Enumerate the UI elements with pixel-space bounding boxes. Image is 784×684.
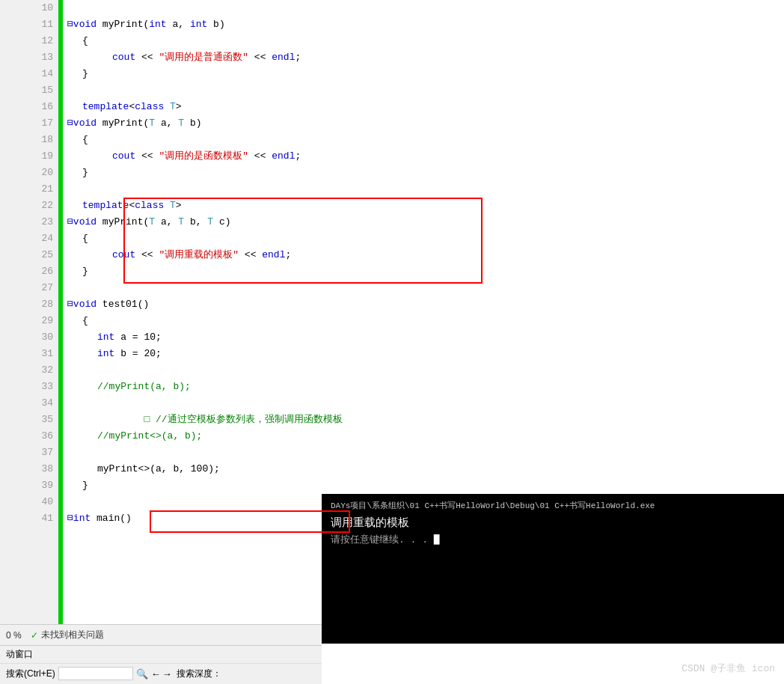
keyword-class-22: class [135, 198, 164, 214]
line-num-12: 12 [0, 33, 53, 49]
keyword-int-a: int [149, 16, 166, 33]
line-num-32: 32 [0, 362, 53, 379]
open-brace-29: { [67, 313, 88, 329]
code-line-38: myPrint<>(a, b, 100); [67, 461, 784, 477]
code-line-34 [67, 395, 784, 412]
bottom-toolbar: 动窗口 搜索(Ctrl+E) 🔍 ← → 搜索深度： [0, 645, 322, 684]
type-T-23c: T [207, 214, 213, 230]
string-13: "调用的是普通函数" [159, 49, 248, 66]
line-num-11: 11 [0, 16, 53, 33]
param-a: a, [167, 16, 190, 33]
line-num-38: 38 [0, 461, 53, 477]
line-num-22: 22 [0, 198, 53, 214]
comment-36: //myPrint<>(a, b); [97, 428, 202, 445]
code-line-15 [67, 82, 784, 99]
nav-next-icon[interactable]: → [162, 668, 172, 680]
line-num-31: 31 [0, 346, 53, 362]
fn-name: myPrint( [97, 16, 149, 33]
type-T-23a: T [149, 214, 155, 230]
zoom-level: 0 % [6, 630, 22, 641]
keyword-void: ⊟void [67, 16, 97, 33]
keyword-cout-25: cout [112, 247, 135, 263]
keyword-template-22: template [82, 198, 129, 214]
terminal-cursor: █ [434, 534, 440, 546]
line-num-40: 40 [0, 494, 53, 510]
keyword-void-17: ⊟void [67, 115, 97, 132]
search-input[interactable] [58, 667, 133, 680]
line-num-35: 35 [0, 412, 53, 428]
line-num-29: 29 [0, 313, 53, 329]
call-38: myPrint<>(a, b, 100); [97, 461, 220, 477]
keyword-int-30: int [97, 329, 114, 346]
line-num-33: 33 [0, 379, 53, 395]
code-line-39: } [67, 477, 784, 494]
line-num-15: 15 [0, 82, 53, 99]
line-num-24: 24 [0, 230, 53, 247]
close-brace-26: } [67, 263, 88, 280]
keyword-int-b: int [190, 16, 207, 33]
search-magnifier-icon[interactable]: 🔍 [136, 668, 148, 680]
line-num-28: 28 [0, 296, 53, 313]
line-num-19: 19 [0, 148, 53, 165]
type-T-23b: T [178, 214, 184, 230]
terminal-prompt: 请按任意键继续. . . █ [331, 533, 775, 546]
line-num-17: 17 [0, 115, 53, 132]
line-num-34: 34 [0, 395, 53, 412]
code-line-17: ⊟void myPrint( T a, T b) [67, 115, 784, 132]
code-line-26: } [67, 263, 784, 280]
code-line-30: int a = 10; [67, 329, 784, 346]
terminal-window: DAYs项目\系条组织\01 C++书写HelloWorld\Debug\01 … [322, 494, 784, 644]
keyword-endl-25: endl [262, 247, 285, 263]
toolbar-window-label: 动窗口 [6, 648, 33, 661]
csdn-watermark: CSDN @子非鱼 icon [682, 662, 775, 675]
string-19: "调用的是函数模板" [159, 148, 248, 165]
open-brace-24: { [67, 230, 88, 247]
line-num-37: 37 [0, 445, 53, 461]
line-num-41: 41 [0, 510, 53, 527]
code-line-32 [67, 362, 784, 379]
line-numbers: 10 11 12 13 14 15 16 17 18 19 20 21 22 2… [0, 0, 60, 644]
toolbar-row-1: 动窗口 [0, 646, 322, 664]
code-line-21 [67, 181, 784, 198]
code-line-28: ⊟void test01() [67, 296, 784, 313]
code-line-27 [67, 280, 784, 296]
close-brace-14: } [67, 66, 88, 82]
terminal-output-line1: 调用重载的模板 [331, 516, 775, 530]
line-num-27: 27 [0, 280, 53, 296]
comment-35: //通过空模板参数列表，强制调用函数模板 [150, 412, 342, 428]
code-line-16: template < class T > [67, 99, 784, 115]
code-line-10 [67, 0, 784, 16]
nav-prev-icon[interactable]: ← [151, 668, 161, 680]
keyword-endl-13: endl [272, 49, 295, 66]
code-line-36: //myPrint<>(a, b); [67, 428, 784, 445]
check-icon: ✓ [31, 630, 38, 641]
keyword-endl-19: endl [272, 148, 295, 165]
line-num-30: 30 [0, 329, 53, 346]
line-num-14: 14 [0, 66, 53, 82]
code-line-18: { [67, 132, 784, 148]
line-num-13: 13 [0, 49, 53, 66]
search-label: 搜索(Ctrl+E) [6, 668, 55, 680]
keyword-void-23: ⊟void [67, 214, 97, 230]
type-T-22: T [164, 198, 176, 214]
param-b: b) [207, 16, 224, 33]
status-bar: 0 % ✓ 未找到相关问题 [0, 624, 322, 645]
code-line-13: cout << "调用的是普通函数" << endl ; [67, 49, 784, 66]
code-line-31: int b = 20; [67, 346, 784, 362]
keyword-int-41: ⊟int [67, 510, 91, 527]
line-num-18: 18 [0, 132, 53, 148]
terminal-path: DAYs项目\系条组织\01 C++书写HelloWorld\Debug\01 … [331, 500, 775, 511]
comment-33: //myPrint(a, b); [97, 379, 191, 395]
toolbar-row-2[interactable]: 搜索(Ctrl+E) 🔍 ← → 搜索深度： [0, 664, 322, 684]
code-line-24: { [67, 230, 784, 247]
code-line-25: cout << "调用重载的模板" << endl ; [67, 247, 784, 263]
comment-35-sq: □ [144, 414, 150, 425]
keyword-template-16: template [82, 99, 129, 115]
keyword-cout-13: cout [112, 49, 135, 66]
keyword-void-28: ⊟void [67, 296, 97, 313]
line-num-26: 26 [0, 263, 53, 280]
string-25: "调用重载的模板" [159, 247, 239, 263]
line-num-39: 39 [0, 477, 53, 494]
close-brace-39: } [67, 477, 88, 494]
code-line-22: template < class T > [67, 198, 784, 214]
